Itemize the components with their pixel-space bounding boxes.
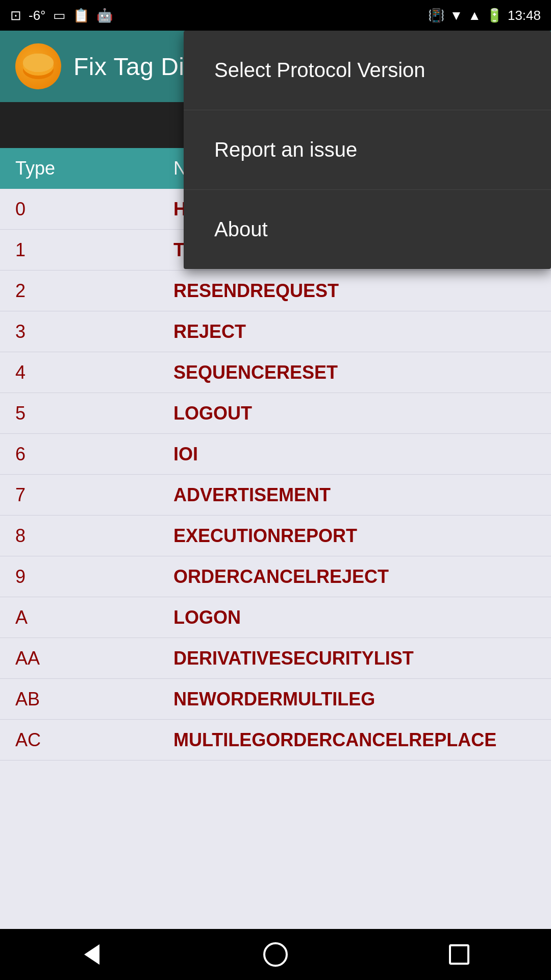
row-type-6: 6: [0, 444, 173, 465]
row-type-4: 4: [0, 362, 173, 383]
back-button[interactable]: [61, 937, 122, 972]
row-name-3: REJECT: [173, 321, 551, 342]
recent-apps-button[interactable]: [429, 937, 490, 972]
row-type-8: 8: [0, 525, 173, 547]
table-row: 4 SEQUENCERESET: [0, 352, 551, 393]
dropdown-item-report-issue[interactable]: Report an issue: [184, 110, 551, 190]
app-icon: [15, 43, 61, 89]
photo-icon: ⊡: [10, 8, 21, 23]
svg-marker-4: [84, 944, 99, 965]
row-name-AA: DERIVATIVESECURITYLIST: [173, 648, 551, 669]
column-header-type: Type: [0, 158, 173, 179]
table-row: 6 IOI: [0, 434, 551, 475]
row-name-AB: NEWORDERMULTILEG: [173, 689, 551, 710]
row-name-7: ADVERTISEMENT: [173, 484, 551, 506]
row-type-7: 7: [0, 484, 173, 506]
row-type-3: 3: [0, 321, 173, 342]
row-name-6: IOI: [173, 444, 551, 465]
row-name-5: LOGOUT: [173, 403, 551, 424]
svg-point-3: [23, 54, 54, 72]
status-right-icons: 📳 ▼ ▲ 🔋 13:48: [428, 8, 541, 23]
row-name-9: ORDERCANCELREJECT: [173, 566, 551, 587]
time-display: 13:48: [508, 8, 541, 23]
row-name-AC: MULTILEGORDERCANCELREPLACE: [173, 729, 551, 751]
dropdown-item-about[interactable]: About: [184, 190, 551, 269]
row-type-2: 2: [0, 280, 173, 302]
dropdown-menu: Select Protocol Version Report an issue …: [184, 31, 551, 269]
row-name-2: RESENDREQUEST: [173, 280, 551, 302]
row-type-1: 1: [0, 239, 173, 261]
row-type-A: A: [0, 607, 173, 628]
clipboard-icon: 📋: [73, 8, 89, 23]
wifi-icon: ▼: [449, 8, 463, 23]
row-type-0: 0: [0, 199, 173, 220]
row-type-AB: AB: [0, 689, 173, 710]
status-bar: ⊡ -6° ▭ 📋 🤖 📳 ▼ ▲ 🔋 13:48: [0, 0, 551, 31]
svg-rect-6: [450, 945, 468, 964]
table-row: 8 EXECUTIONREPORT: [0, 516, 551, 556]
dropdown-item-select-protocol[interactable]: Select Protocol Version: [184, 31, 551, 110]
vibrate-icon: 📳: [428, 8, 444, 23]
row-type-5: 5: [0, 403, 173, 424]
battery-icon: 🔋: [486, 8, 503, 23]
cast-icon: ▭: [53, 8, 66, 23]
table-row: AB NEWORDERMULTILEG: [0, 679, 551, 720]
row-type-9: 9: [0, 566, 173, 587]
bottom-nav-bar: [0, 929, 551, 980]
table-row: 3 REJECT: [0, 311, 551, 352]
row-type-AC: AC: [0, 729, 173, 751]
table-row: AC MULTILEGORDERCANCELREPLACE: [0, 720, 551, 761]
table-row: 5 LOGOUT: [0, 393, 551, 434]
row-name-8: EXECUTIONREPORT: [173, 525, 551, 547]
table-row: AA DERIVATIVESECURITYLIST: [0, 638, 551, 679]
table-row: 7 ADVERTISEMENT: [0, 475, 551, 516]
table-row: 2 RESENDREQUEST: [0, 271, 551, 311]
table-row: 9 ORDERCANCELREJECT: [0, 556, 551, 597]
android-icon: 🤖: [96, 8, 113, 23]
status-left-icons: ⊡ -6° ▭ 📋 🤖: [10, 8, 113, 23]
row-name-A: LOGON: [173, 607, 551, 628]
signal-icon: ▲: [468, 8, 481, 23]
home-button[interactable]: [245, 937, 306, 972]
row-type-AA: AA: [0, 648, 173, 669]
table-row: A LOGON: [0, 597, 551, 638]
row-name-4: SEQUENCERESET: [173, 362, 551, 383]
svg-point-5: [264, 943, 287, 966]
temperature-text: -6°: [29, 8, 46, 23]
